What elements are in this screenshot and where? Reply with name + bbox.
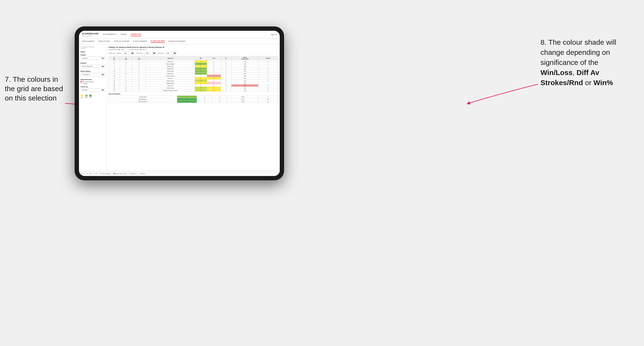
sidebar-colour-by-label: Colour by: [80, 86, 105, 88]
sidebar-player-rank-select[interactable]: 8. Katelyn Vo: [80, 73, 105, 76]
col-div: #Div: [109, 56, 120, 60]
annotation-left: 7. The colours in the grid are based on …: [5, 75, 68, 103]
col-conf: #Conf: [132, 56, 146, 60]
sidebar-division-select[interactable]: NCAA Division III: [80, 65, 105, 68]
annotation-right-text1: 8. The colour shade will change dependin…: [540, 38, 616, 66]
nav-tournaments[interactable]: TOURNAMENTS: [102, 33, 116, 36]
save-icon: 💾: [114, 173, 115, 174]
legend-dot-down: [81, 95, 83, 97]
table-row: 11112 Heejo Hyun 1 0 0 3.33 3: [109, 72, 278, 75]
table-row: 1822 Euna Lee 0 0 0 -5.00 2: [109, 84, 278, 87]
app-header: SCOREBOARD Powered by clippd TOURNAMENTS…: [79, 31, 280, 38]
sub-nav-player-summary[interactable]: PLAYER SUMMARY: [133, 40, 147, 42]
table-row: 1311 Jessica Huang 0 1 0 -3.00 2: [109, 75, 278, 77]
sub-nav-player-h2h-heatmap[interactable]: PLAYER H2H HEATMAP: [168, 40, 186, 42]
header-right: Sign out: [270, 34, 277, 35]
sub-nav: TEAM SUMMARY TEAM H2H GRID TEAM H2H HEAT…: [79, 38, 280, 44]
undo-icon[interactable]: ↩: [81, 173, 82, 174]
tablet-frame: SCOREBOARD Powered by clippd TOURNAMENTS…: [75, 26, 284, 180]
legend-dot-up: [89, 95, 92, 97]
radio-dot-1: [80, 81, 82, 82]
filter-conference[interactable]: (All): [144, 52, 156, 55]
table-row: NAIA Division 1 15 0 0 9.267 30: [109, 98, 278, 101]
nav-committee[interactable]: COMMITTEE: [130, 33, 141, 36]
cut-icon[interactable]: ✂: [92, 173, 94, 174]
division-record: Division Record: 331 - 34 - 6: [130, 49, 146, 50]
main-table: #Div #Reg #Conf Opponent Win Loss Tie Di…: [108, 56, 278, 92]
sidebar-timestamp: Last Updated: 27/03/2024 16:55:38: [80, 46, 105, 49]
sidebar-division-label: Division: [80, 62, 105, 64]
col-reg: #Reg: [120, 56, 132, 60]
table-row: 311 Esther Lee 1 0 1 1.50 4: [109, 60, 278, 63]
save-custom-btn[interactable]: 💾 Save Custom View: [114, 173, 127, 174]
table-row: Foreign Team 1 0 0 4.500 2: [109, 96, 278, 98]
annotation-left-text: 7. The colours in the grid are based on …: [5, 75, 63, 102]
step-back-icon[interactable]: ↪: [87, 173, 88, 174]
annotation-right: 8. The colour shade will change dependin…: [540, 37, 637, 88]
logo-sub: Powered by clippd: [82, 35, 99, 36]
filter-row: Opponents: Region (All) Conference (All)…: [108, 52, 278, 55]
col-opponent: Opponent: [146, 56, 195, 60]
col-loss: Loss: [207, 56, 221, 60]
table-row: NCAA Division 2 5 0 0 7.400 10: [109, 101, 278, 103]
copy-icon[interactable]: ⊞: [90, 173, 91, 174]
sub-nav-player-h2h-grid[interactable]: PLAYER H2H GRID: [151, 40, 165, 43]
toolbar-sep-4: [138, 172, 138, 175]
col-tie: Tie: [221, 56, 231, 60]
sidebar-gender-label: Gender: [80, 54, 105, 56]
colour-legend: Down Level Up: [80, 95, 105, 98]
arrow-right-svg: [464, 82, 540, 111]
legend-dot-level: [85, 95, 88, 97]
toolbar-sep-2: [112, 172, 112, 175]
radio-opponents-played[interactable]: Opponents Played: [80, 81, 105, 82]
filter-opponent[interactable]: (All): [165, 52, 177, 55]
annotation-bold-winpct: Win%: [594, 79, 613, 87]
table-row: 613 Sydney Kuo 1 0 1 -1.00: [109, 65, 278, 68]
watch-btn[interactable]: 👁 Watch ▾: [130, 173, 136, 174]
table-row: 1474 Eunice Yi 2 2 0 0.38 9: [109, 77, 278, 80]
sidebar-player-rank-label: Player (Rank): [80, 70, 105, 72]
main-content: Last Updated: 27/03/2024 16:55:38 Player…: [79, 44, 280, 171]
sub-nav-team-summary[interactable]: TEAM SUMMARY: [82, 40, 94, 42]
sidebar-colour-by-select[interactable]: Win/loss: [80, 88, 105, 92]
sign-out-link[interactable]: Sign out: [270, 34, 277, 35]
col-diff-av: Diff AvStrokes/Rnd: [231, 56, 258, 60]
radio-dot-2: [80, 83, 82, 84]
table-row: 20117 Federica Domecq Lacroze 2 1 0 1.33…: [109, 89, 278, 92]
sub-nav-team-h2h-heatmap[interactable]: TEAM H2H HEATMAP: [114, 40, 130, 42]
table-row: 1063 Andrea York 2 0 0 4.00 4: [109, 70, 278, 72]
sidebar-gender-select[interactable]: Women's: [80, 56, 105, 60]
table-row: 1585 Stella Cheng 1 0 0 1.25 4: [109, 80, 278, 82]
watch-icon: 👁: [130, 173, 131, 174]
col-rounds: Rounds: [258, 56, 278, 60]
view-original-btn[interactable]: 👁 View: Original: [100, 173, 110, 174]
sidebar-opponent-view-label: Opponent view: [80, 79, 105, 80]
bottom-toolbar: ↩ ↩ ↪ ⊞ ✂ ⏱ 👁 View: Original 💾 Save Cust…: [79, 171, 280, 176]
sidebar-player-label: Player: [80, 51, 105, 53]
chevron-down-icon: ▾: [136, 173, 137, 174]
nav-teams[interactable]: TEAMS: [120, 33, 127, 36]
radio-top-100[interactable]: Top 100: [80, 83, 105, 84]
grid-title: Katelyn Vo Head-to-Head Grid for Women's…: [108, 46, 278, 48]
annotation-bold-winloss: Win/Loss: [540, 69, 572, 76]
out-of-division-header: Out of division: [108, 93, 278, 95]
toolbar-sep-3: [128, 172, 128, 175]
toolbar-sep-1: [98, 172, 99, 175]
redo-icon[interactable]: ↩: [84, 173, 85, 174]
sidebar: Last Updated: 27/03/2024 16:55:38 Player…: [79, 44, 107, 171]
filter-region[interactable]: (All): [122, 52, 134, 55]
table-row: 1631 Jessica Mason 1 2 0 -0.94: [109, 82, 278, 84]
logo-area: SCOREBOARD Powered by clippd: [82, 32, 99, 36]
sub-nav-team-h2h-grid[interactable]: TEAM H2H GRID: [98, 40, 110, 42]
nav-items: TOURNAMENTS TEAMS COMMITTEE: [102, 33, 270, 36]
share-btn[interactable]: ⬆ Share: [140, 173, 145, 174]
col-win: Win: [195, 56, 207, 60]
share-icon: ⬆: [140, 173, 141, 174]
logo-text: SCOREBOARD: [82, 32, 99, 35]
eye-icon: 👁: [100, 173, 102, 174]
tablet-screen: SCOREBOARD Powered by clippd TOURNAMENTS…: [79, 31, 280, 176]
table-row: 522 Alexis Sudjianto 1 0 0 4.00 3: [109, 63, 278, 65]
clock-icon[interactable]: ⏱: [95, 173, 97, 174]
grid-subtitle: Overall Record: 353 - 34 - 6 Division Re…: [108, 49, 278, 50]
out-of-division-table: Foreign Team 1 0 0 4.500 2 NAIA Division…: [108, 95, 278, 103]
